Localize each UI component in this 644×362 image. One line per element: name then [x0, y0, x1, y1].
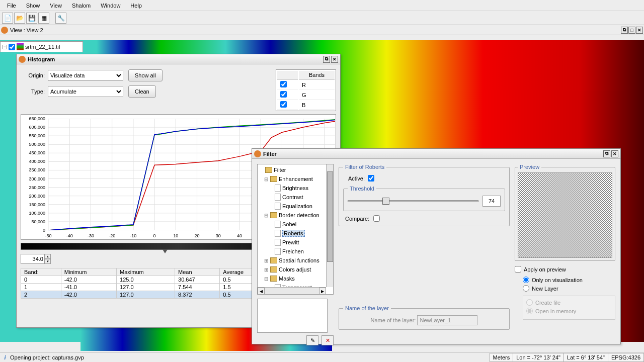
spin-up-button[interactable]: ▲ [45, 254, 51, 259]
status-units[interactable]: Meters [490, 353, 514, 362]
origin-select[interactable]: Visualize data [48, 70, 123, 81]
tree-collapse-icon[interactable]: ⊟ [264, 276, 269, 282]
menu-shalom[interactable]: Shalom [67, 2, 96, 10]
tree-root[interactable]: Filter [274, 167, 286, 173]
tree-sobel[interactable]: Sobel [282, 221, 296, 227]
status-epsg[interactable]: EPSG:4326 [608, 353, 644, 362]
name-layer-input[interactable] [417, 315, 477, 325]
menu-file[interactable]: File [2, 2, 21, 10]
open-memory-label: Open in memory [535, 308, 576, 314]
new-layer-label: New Layer [532, 286, 558, 292]
layer-tree-item[interactable]: − srtm_22_11.tif [0, 41, 83, 52]
toolbar-new-icon[interactable]: 📄 [2, 13, 13, 24]
chart-ytick: 150,000 [22, 202, 45, 207]
filter-title: Filter [263, 151, 277, 157]
file-icon [275, 248, 281, 255]
view-close-icon[interactable]: ✕ [636, 27, 643, 34]
stats-cell: -42.0 [61, 276, 116, 284]
spin-down-button[interactable]: ▼ [45, 259, 51, 264]
filter-delete-icon[interactable]: ✕ [321, 335, 334, 345]
layer-visible-checkbox[interactable] [9, 44, 15, 50]
chart-ytick: 100,000 [22, 211, 45, 216]
stats-cell: 1 [21, 284, 61, 291]
tree-equalization[interactable]: Equalization [282, 203, 312, 209]
menu-view[interactable]: View [45, 2, 67, 10]
create-file-label: Create file [535, 300, 560, 306]
tree-vscrollbar[interactable] [326, 164, 333, 287]
filter-maximize-icon[interactable]: ⧉ [603, 150, 610, 157]
new-layer-radio[interactable] [523, 285, 529, 292]
active-checkbox[interactable] [368, 175, 374, 182]
tree-collapse-icon[interactable]: ⊟ [264, 213, 269, 218]
folder-icon [270, 176, 277, 182]
viz-only-label: Only on visualization [532, 277, 583, 283]
histogram-close-icon[interactable]: ✕ [331, 56, 338, 63]
threshold-slider-thumb[interactable] [382, 198, 389, 205]
threshold-value-input[interactable] [482, 196, 501, 207]
histogram-titlebar[interactable]: Histogram ⧉ ✕ [17, 54, 340, 64]
chart-ytick: 500,000 [22, 142, 45, 147]
statusbar: i Opening project: capturas.gvp Meters L… [0, 352, 644, 362]
toolbar-open-icon[interactable]: 📂 [14, 13, 25, 24]
folder-icon [270, 276, 277, 282]
tree-colors[interactable]: Colors adjust [279, 266, 311, 273]
tree-expand-icon[interactable]: ⊞ [264, 267, 269, 273]
layer-name: srtm_22_11.tif [25, 44, 60, 50]
chart-ytick: 50,000 [22, 219, 45, 224]
threshold-slider[interactable] [348, 200, 478, 202]
tree-collapse-icon[interactable]: − [3, 45, 7, 49]
menu-window[interactable]: Window [96, 2, 125, 10]
filter-tree[interactable]: Filter ⊟Enhancement Brightness Contrast … [257, 164, 334, 295]
filter-icon [254, 150, 261, 157]
threshold-label: Threshold [348, 186, 376, 192]
range-slider-handle[interactable] [163, 249, 168, 253]
file-icon [275, 194, 281, 201]
preview-label: Preview [518, 164, 541, 170]
stats-cell: 0 [21, 276, 61, 284]
tree-hscrollbar[interactable]: ◀▶ [258, 287, 326, 294]
spin-value-input[interactable] [21, 254, 45, 264]
filter-applied-list[interactable] [257, 299, 328, 333]
chart-ytick: 550,000 [22, 133, 45, 138]
show-all-button[interactable]: Show all [128, 69, 163, 81]
band-b-checkbox[interactable] [280, 101, 287, 108]
viz-only-radio[interactable] [523, 277, 529, 283]
tree-freichen[interactable]: Freichen [282, 248, 304, 254]
histogram-maximize-icon[interactable]: ⧉ [323, 56, 330, 63]
filter-close-icon[interactable]: ✕ [611, 150, 618, 157]
view-maximize-icon[interactable]: □ [628, 27, 635, 34]
menu-show[interactable]: Show [21, 2, 45, 10]
view-titlebar: View : View 2 ⧉ □ ✕ [0, 25, 644, 35]
tree-collapse-icon[interactable]: ⊟ [264, 176, 269, 182]
open-memory-radio [526, 308, 533, 314]
tree-expand-icon[interactable]: ⊞ [264, 258, 269, 263]
stats-header[interactable]: Minimum [61, 268, 116, 276]
stats-header[interactable]: Band: [21, 268, 61, 276]
menu-help[interactable]: Help [125, 2, 147, 10]
toolbar: 📄 📂 💾 ▦ 🔧 [0, 11, 644, 25]
filter-titlebar[interactable]: Filter ⧉ ✕ [252, 149, 620, 159]
tree-spatial[interactable]: Spatial functions [279, 257, 319, 263]
compare-checkbox[interactable] [373, 215, 380, 222]
tree-border-detection[interactable]: Border detection [279, 212, 319, 218]
stats-header[interactable]: Mean [175, 268, 220, 276]
stats-header[interactable]: Maximum [117, 268, 175, 276]
filter-edit-icon[interactable]: ✎ [306, 335, 318, 345]
tree-brightness[interactable]: Brightness [282, 185, 308, 191]
tree-prewitt[interactable]: Prewitt [282, 239, 299, 245]
toolbar-tool-icon[interactable]: 🔧 [55, 13, 66, 24]
tree-masks[interactable]: Masks [279, 276, 295, 282]
status-lon: Lon = -72° 13' 24" [513, 353, 564, 362]
toolbar-grid-icon[interactable]: ▦ [38, 13, 49, 24]
band-g-checkbox[interactable] [280, 91, 287, 98]
apply-preview-checkbox[interactable] [515, 266, 521, 273]
band-r-checkbox[interactable] [280, 81, 287, 87]
stats-cell: -41.0 [61, 284, 116, 291]
tree-roberts[interactable]: Roberts [282, 230, 305, 237]
tree-enhancement[interactable]: Enhancement [279, 176, 313, 182]
clean-button[interactable]: Clean [128, 85, 156, 98]
toolbar-save-icon[interactable]: 💾 [26, 13, 37, 24]
type-select[interactable]: Acumulate [48, 86, 123, 97]
view-restore-icon[interactable]: ⧉ [621, 27, 628, 34]
tree-contrast[interactable]: Contrast [282, 194, 303, 200]
